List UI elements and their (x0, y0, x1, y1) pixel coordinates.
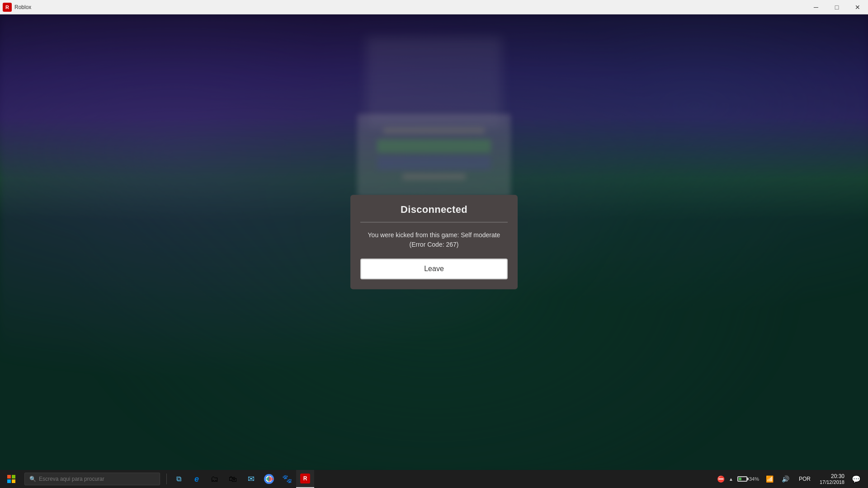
edge-icon: e (192, 474, 202, 484)
dialog-title: Disconnected (360, 204, 508, 216)
battery-indicator: 34% (737, 476, 759, 482)
task-view-icon: ⧉ (174, 474, 184, 484)
chevron-up-icon: ▲ (729, 477, 733, 482)
battery-fill (739, 478, 741, 480)
taskbar-apps: ⧉ e 🗂 🛍 ✉ 🐾 (164, 470, 314, 488)
system-tray: ⛔ ▲ 34% 📶 🔊 POR 20:30 (714, 470, 868, 488)
clock-area[interactable]: 20:30 17/12/2018 (816, 470, 848, 488)
svg-rect-3 (12, 479, 15, 483)
network-icon: 📶 (764, 475, 775, 483)
taskbar-app-unknown1[interactable]: 🐾 (278, 470, 296, 488)
notification-button[interactable]: 💬 (848, 470, 864, 488)
close-button[interactable]: ✕ (847, 0, 868, 14)
dialog-message: You were kicked from this game: Self mod… (360, 230, 508, 249)
window-controls: ─ □ ✕ (806, 0, 868, 14)
taskbar-explorer[interactable]: 🗂 (206, 470, 224, 488)
mail-icon: ✉ (246, 474, 256, 484)
network-tray[interactable]: 📶 (762, 470, 778, 488)
time-display: 20:30 (831, 473, 844, 479)
taskbar-mail[interactable]: ✉ (242, 470, 260, 488)
app-icon: R (3, 3, 12, 12)
disconnected-dialog: Disconnected You were kicked from this g… (350, 195, 518, 289)
language-display: POR (796, 476, 813, 482)
window-title: Roblox (14, 4, 806, 10)
search-icon: 🔍 (29, 476, 36, 482)
battery-tray[interactable]: 34% (735, 470, 762, 488)
taskbar: 🔍 ⧉ e 🗂 🛍 ✉ (0, 470, 868, 488)
taskbar-task-view[interactable]: ⧉ (170, 470, 188, 488)
battery-percent: 34% (749, 476, 759, 482)
language-tray[interactable]: POR (793, 470, 816, 488)
taskbar-roblox[interactable]: R (296, 470, 314, 488)
explorer-icon: 🗂 (210, 474, 220, 484)
security-icon: ⛔ (717, 475, 725, 483)
start-button[interactable] (0, 470, 23, 488)
notification-icon: 💬 (852, 475, 861, 483)
battery-icon (737, 476, 747, 482)
taskbar-chrome[interactable] (260, 470, 278, 488)
svg-rect-0 (7, 475, 11, 479)
taskbar-edge[interactable]: e (188, 470, 206, 488)
tray-expand-button[interactable]: ▲ (727, 470, 735, 488)
store-icon: 🛍 (228, 474, 238, 484)
taskbar-store[interactable]: 🛍 (224, 470, 242, 488)
unknown-icon: 🐾 (282, 474, 292, 484)
volume-icon: 🔊 (780, 475, 791, 483)
chrome-icon (264, 474, 274, 484)
taskbar-divider (166, 474, 167, 484)
roblox-icon: R (300, 474, 310, 483)
date-display: 17/12/2018 (820, 479, 844, 485)
maximize-button[interactable]: □ (826, 0, 847, 14)
search-input[interactable] (39, 476, 155, 482)
svg-rect-2 (7, 479, 11, 483)
titlebar: R Roblox ─ □ ✕ (0, 0, 868, 14)
svg-rect-1 (12, 475, 15, 479)
leave-button[interactable]: Leave (360, 258, 508, 279)
search-bar[interactable]: 🔍 (24, 473, 160, 485)
volume-tray[interactable]: 🔊 (778, 470, 793, 488)
dialog-divider (360, 222, 508, 222)
minimize-button[interactable]: ─ (806, 0, 826, 14)
tray-security[interactable]: ⛔ (714, 470, 727, 488)
